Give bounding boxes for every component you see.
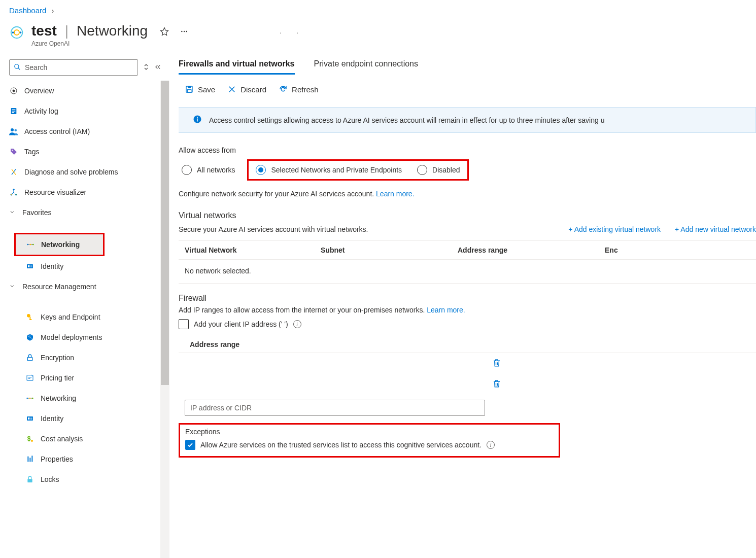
- learn-more-link[interactable]: Learn more.: [376, 190, 414, 198]
- add-new-vnet-link[interactable]: + Add new virtual network: [675, 225, 756, 233]
- nav-label: Activity log: [24, 107, 58, 115]
- info-banner: Access control settings allowing access …: [179, 107, 756, 133]
- nav-label: Identity: [41, 262, 63, 270]
- svg-rect-50: [197, 119, 198, 122]
- learn-more-link[interactable]: Learn more.: [427, 306, 465, 314]
- radio-selected-networks[interactable]: Selected Networks and Private Endpoints: [253, 163, 405, 177]
- delete-row-button[interactable]: [492, 379, 501, 390]
- radio-disabled[interactable]: Disabled: [414, 163, 463, 177]
- page-header: test | Networking .. Azure OpenAI: [0, 19, 756, 56]
- sidebar-item-overview[interactable]: Overview: [0, 81, 160, 101]
- pricing-icon: [25, 373, 35, 382]
- radio-all-networks[interactable]: All networks: [179, 163, 238, 177]
- info-banner-text: Access control settings allowing access …: [209, 116, 604, 124]
- more-menu-icon[interactable]: [180, 27, 188, 37]
- nav-label: Locks: [41, 475, 59, 483]
- save-button[interactable]: Save: [185, 85, 215, 94]
- svg-rect-24: [27, 264, 33, 268]
- allow-access-section: Allow access from All networks Selected …: [169, 146, 756, 198]
- nav-label: Networking: [41, 394, 76, 402]
- allow-access-desc: Configure network security for your Azur…: [179, 190, 756, 198]
- refresh-button[interactable]: Refresh: [279, 85, 319, 94]
- svg-point-6: [186, 31, 187, 32]
- expand-toggle-icon[interactable]: [143, 63, 149, 73]
- overview-icon: [9, 86, 18, 95]
- sidebar-item-cost-analysis[interactable]: $ Cost analysis: [0, 429, 160, 449]
- sidebar-item-activity-log[interactable]: Activity log: [0, 101, 160, 121]
- nav-label: Tags: [24, 148, 40, 156]
- discard-button[interactable]: Discard: [227, 85, 266, 94]
- nav-label: Model deployments: [41, 333, 102, 341]
- breadcrumb-dashboard[interactable]: Dashboard: [9, 6, 46, 15]
- identity-icon: [25, 414, 35, 423]
- info-icon[interactable]: i: [293, 320, 301, 328]
- favorite-star-icon[interactable]: [160, 27, 169, 38]
- sidebar-section-resource-management[interactable]: Resource Management: [0, 276, 160, 297]
- svg-point-4: [181, 31, 182, 32]
- activity-log-icon: [9, 107, 18, 116]
- sidebar-item-pricing-tier[interactable]: Pricing tier: [0, 368, 160, 388]
- nav-label: Cost analysis: [41, 435, 83, 443]
- add-existing-vnet-link[interactable]: + Add existing virtual network: [568, 225, 661, 233]
- svg-point-7: [15, 64, 19, 68]
- svg-point-3: [20, 31, 22, 33]
- ip-address-input[interactable]: [185, 400, 485, 416]
- chevron-down-icon: [9, 208, 16, 217]
- resource-name: test: [31, 23, 57, 39]
- nav-label: Resource visualizer: [24, 188, 86, 196]
- chevron-right-icon: ›: [52, 6, 54, 15]
- collapse-sidebar-icon[interactable]: [154, 63, 161, 72]
- add-client-ip-label: Add your client IP address (' '): [194, 320, 288, 328]
- svg-rect-44: [31, 456, 32, 462]
- delete-row-button[interactable]: [492, 358, 501, 369]
- sidebar-item-locks[interactable]: Locks: [0, 469, 160, 490]
- svg-point-21: [27, 244, 28, 246]
- resource-type-label: Azure OpenAI: [31, 40, 314, 47]
- allow-access-label: Allow access from: [179, 146, 756, 154]
- nav-label: Networking: [41, 240, 80, 249]
- sidebar-item-model-deployments[interactable]: Model deployments: [0, 327, 160, 347]
- allow-trusted-label: Allow Azure services on the trusted serv…: [200, 441, 482, 449]
- sidebar-item-tags[interactable]: Tags: [0, 142, 160, 162]
- sidebar-section-favorites[interactable]: Favorites: [0, 202, 160, 223]
- add-client-ip-checkbox[interactable]: [179, 319, 189, 329]
- sidebar-item-properties[interactable]: Properties: [0, 449, 160, 469]
- chevron-down-icon: [9, 283, 16, 291]
- sidebar-item-encryption[interactable]: Encryption: [0, 347, 160, 368]
- sidebar-item-identity-fav[interactable]: Identity: [0, 256, 160, 276]
- sidebar-scrollbar[interactable]: [160, 81, 169, 558]
- svg-rect-30: [29, 319, 31, 320]
- sidebar-item-access-control[interactable]: Access control (IAM): [0, 121, 160, 142]
- sidebar-search-input[interactable]: [25, 63, 133, 72]
- sidebar-item-diagnose[interactable]: Diagnose and solve problems: [0, 162, 160, 182]
- sidebar-item-resource-visualizer[interactable]: Resource visualizer: [0, 182, 160, 202]
- resource-visualizer-icon: [9, 188, 18, 197]
- info-icon[interactable]: i: [487, 441, 495, 449]
- diagnose-icon: [9, 167, 18, 177]
- nav-label: Properties: [41, 455, 73, 463]
- breadcrumb: Dashboard ›: [0, 0, 756, 19]
- sidebar-search-box[interactable]: [9, 59, 138, 76]
- properties-icon: [25, 455, 35, 464]
- svg-point-17: [12, 150, 13, 151]
- svg-point-15: [11, 128, 14, 131]
- sidebar-item-networking-fav[interactable]: Networking: [16, 234, 103, 255]
- toolbar: Save Discard Refresh: [169, 75, 756, 103]
- sidebar: Overview Activity log Access control (IA…: [0, 56, 169, 558]
- tab-firewalls[interactable]: Firewalls and virtual networks: [179, 56, 295, 75]
- svg-point-33: [26, 398, 28, 399]
- sidebar-item-keys-endpoint[interactable]: Keys and Endpoint: [0, 307, 160, 327]
- nav-label: Resource Management: [22, 283, 96, 291]
- address-range-table: Address range: [179, 336, 756, 421]
- svg-rect-14: [12, 112, 14, 113]
- access-control-icon: [9, 127, 18, 136]
- svg-rect-48: [187, 90, 191, 92]
- sidebar-item-identity[interactable]: Identity: [0, 408, 160, 429]
- cube-icon: [25, 333, 35, 342]
- sidebar-item-networking[interactable]: Networking: [0, 388, 160, 408]
- identity-icon: [25, 262, 35, 271]
- tab-private-endpoints[interactable]: Private endpoint connections: [314, 56, 418, 75]
- svg-point-51: [197, 117, 198, 118]
- firewall-title: Firewall: [179, 294, 756, 303]
- allow-trusted-checkbox[interactable]: [185, 440, 195, 450]
